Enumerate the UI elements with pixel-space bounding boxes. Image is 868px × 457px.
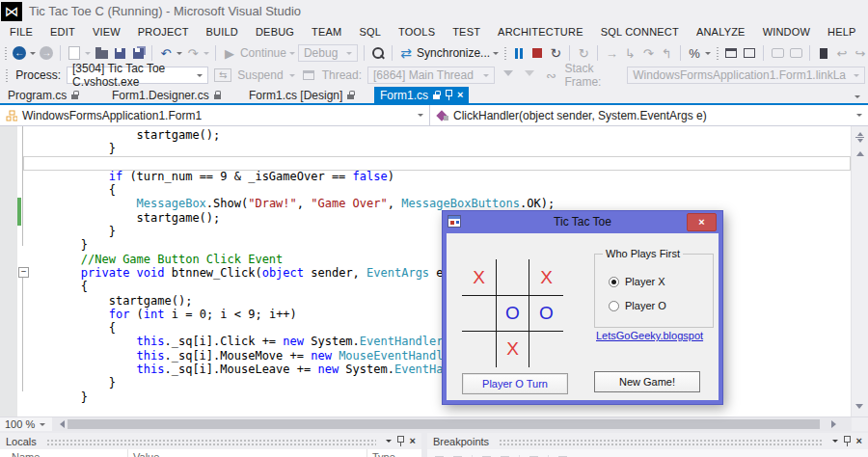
type-dropdown[interactable]: WindowsFormsApplication1.Form1 <box>0 105 430 125</box>
board-cell-1-1[interactable]: O <box>496 295 529 331</box>
save-all-button[interactable] <box>130 44 146 62</box>
tictactoe-titlebar[interactable]: Tic Tac Toe × <box>443 211 722 232</box>
radio-player-o[interactable]: Player O <box>609 300 666 311</box>
solution-configuration-combo[interactable]: Debug <box>298 44 358 62</box>
editor-vertical-scrollbar[interactable] <box>851 126 868 417</box>
menu-build[interactable]: BUILD <box>198 22 247 41</box>
tab-form1-cs[interactable]: Form1.cs× <box>374 87 469 103</box>
toolbar-grip[interactable] <box>4 46 7 61</box>
member-dropdown[interactable]: ClickHandler(object sender, System.Event… <box>430 105 868 125</box>
step-arrow-icon[interactable]: → <box>604 44 619 62</box>
code-line[interactable]: this._sq[i].MouseLeave += new System.Eve… <box>25 363 852 376</box>
breakpoints-pin-icon[interactable] <box>844 436 851 446</box>
redo-button[interactable]: ↷ <box>185 44 201 62</box>
continue-play-icon[interactable]: ▶ <box>222 44 237 62</box>
locals-pin-icon[interactable] <box>397 436 404 446</box>
hex-display-icon[interactable]: % <box>687 44 702 62</box>
board-cell-0-2[interactable]: X <box>529 259 563 295</box>
locals-col-type[interactable]: Type <box>372 451 395 457</box>
code-line[interactable]: } <box>25 238 852 252</box>
process-combo[interactable]: [3504] Tic Tac Toe C.vshost.exe <box>67 67 208 84</box>
continue-caret[interactable] <box>289 52 295 58</box>
board-cell-1-2[interactable]: O <box>529 295 563 331</box>
navigate-backward-button[interactable]: ← <box>12 44 27 62</box>
split-window-handle[interactable] <box>855 129 864 146</box>
filter-flagged-icon[interactable] <box>522 67 537 84</box>
stop-debugging-button[interactable] <box>529 44 545 62</box>
board-cell-0-1[interactable] <box>496 259 529 295</box>
breakpoints-menu-caret[interactable] <box>832 440 838 445</box>
menu-window[interactable]: WINDOW <box>754 22 819 41</box>
toggle-bookmark-icon[interactable] <box>816 44 831 62</box>
show-next-statement-icon[interactable]: ↻ <box>576 44 591 62</box>
breakpoints-panel-header[interactable]: Breakpoints × <box>427 433 868 449</box>
menu-debug[interactable]: DEBUG <box>247 22 303 41</box>
undo-caret[interactable] <box>176 52 182 58</box>
menu-project[interactable]: PROJECT <box>129 22 198 41</box>
scroll-left-arrow[interactable] <box>56 420 65 428</box>
scroll-down-arrow[interactable] <box>855 404 863 413</box>
previous-bookmark-icon[interactable]: ↩ <box>834 44 850 62</box>
code-editor[interactable]: − startgame(); } if (turn_num == 9 & _is… <box>0 126 868 417</box>
code-line[interactable]: startgame(); <box>25 211 852 225</box>
find-in-files-icon[interactable] <box>370 44 386 62</box>
suspend-icon[interactable]: ⇆ <box>214 68 231 82</box>
breakpoints-window-icon[interactable] <box>723 44 739 62</box>
turn-indicator-button[interactable]: Player O Turn <box>462 373 568 394</box>
board-cell-2-1[interactable]: X <box>496 332 529 367</box>
menu-edit[interactable]: EDIT <box>41 22 84 41</box>
code-line[interactable]: } <box>25 225 852 238</box>
code-line[interactable]: MessageBox.Show("Draw!", "Game Over", Me… <box>25 197 852 210</box>
code-line[interactable]: startgame(); <box>25 128 852 142</box>
horizontal-scrollbar-thumb[interactable] <box>68 419 820 429</box>
letsgogeeky-link[interactable]: LetsGoGeeky.blogspot <box>596 330 703 341</box>
toolbar-grip[interactable] <box>5 68 8 83</box>
tictactoe-close-button[interactable]: × <box>687 213 717 231</box>
new-item-caret[interactable] <box>85 52 91 58</box>
synchronize-caret[interactable] <box>493 52 499 58</box>
code-line[interactable]: } <box>25 376 852 390</box>
radio-player-x[interactable]: Player X <box>609 276 665 287</box>
step-into-icon[interactable]: ↳ <box>622 44 637 62</box>
step-over-icon[interactable]: ↷ <box>640 44 656 62</box>
code-line[interactable]: startgame(); <box>25 294 852 308</box>
menu-team[interactable]: TEAM <box>303 22 350 41</box>
filter-threads-icon[interactable] <box>501 67 516 84</box>
menu-sql[interactable]: SQL <box>350 22 390 41</box>
code-line[interactable] <box>25 156 852 170</box>
open-file-button[interactable] <box>94 44 109 62</box>
menu-tools[interactable]: TOOLS <box>390 22 444 41</box>
board-cell-1-0[interactable] <box>462 295 496 331</box>
toolbar-grip[interactable] <box>716 46 719 61</box>
next-bookmark-icon[interactable]: ↪ <box>853 44 868 62</box>
radio-button-icon[interactable] <box>609 277 619 287</box>
code-line[interactable]: //New Game Button Click Event <box>25 253 852 266</box>
menu-test[interactable]: TEST <box>444 22 489 41</box>
code-line[interactable]: { <box>25 280 852 293</box>
radio-button-icon[interactable] <box>609 301 619 311</box>
code-line[interactable]: if (turn_num == 9 & _isGameOver == false… <box>25 170 852 183</box>
hex-display-caret[interactable] <box>705 52 711 58</box>
locals-col-value[interactable]: Value <box>133 451 159 457</box>
restart-button[interactable]: ↻ <box>548 44 563 62</box>
zoom-combo[interactable]: 100 % <box>0 417 52 431</box>
menu-help[interactable]: HELP <box>819 22 865 41</box>
code-line[interactable]: { <box>25 183 852 197</box>
toggle-flagged-icon[interactable]: ∾ <box>543 67 558 84</box>
uncomment-icon[interactable] <box>788 44 803 62</box>
code-line[interactable]: } <box>25 142 852 155</box>
tab-form1-cs-design-[interactable]: Form1.cs [Design] <box>243 87 361 103</box>
immediate-window-icon[interactable] <box>742 44 757 62</box>
breakpoint-gutter[interactable] <box>0 126 17 417</box>
comment-icon[interactable] <box>770 44 785 62</box>
code-line[interactable]: } <box>25 390 852 404</box>
save-button[interactable] <box>112 44 127 62</box>
locals-panel-header[interactable]: Locals × <box>0 433 421 449</box>
navigate-forward-button[interactable]: → <box>39 44 54 62</box>
breakpoints-close-icon[interactable]: × <box>856 436 862 446</box>
toolbar-grip[interactable] <box>503 46 506 61</box>
code-line[interactable]: { <box>25 321 852 335</box>
stack-frame-combo[interactable]: WindowsFormsApplication1.Form1.linkLa <box>627 67 865 84</box>
new-item-button[interactable] <box>67 44 82 62</box>
tab-list-caret[interactable] <box>854 95 860 101</box>
